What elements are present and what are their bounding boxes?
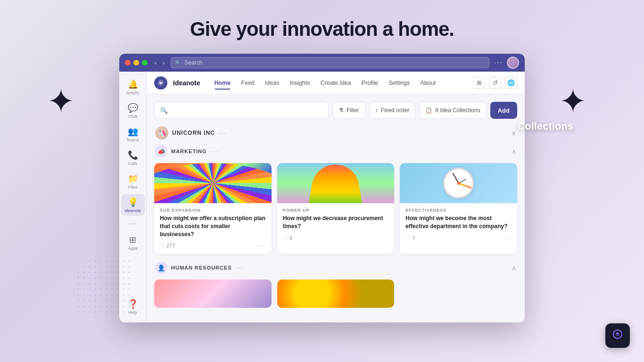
order-label: Fixed order xyxy=(381,107,410,114)
nav-link-profile[interactable]: Profile xyxy=(357,77,383,89)
card-more-2[interactable]: ··· xyxy=(380,234,389,242)
search-placeholder-text: Search xyxy=(184,59,202,66)
collections-label: 8 Idea Collections xyxy=(435,107,480,114)
nav-link-create-idea[interactable]: Create Idea xyxy=(316,77,356,89)
sidebar-item-activity[interactable]: 🔔 Activity xyxy=(121,76,145,98)
search-icon: 🔍 xyxy=(175,60,182,66)
org-more-button[interactable]: ··· xyxy=(219,129,227,137)
title-bar: ‹ › 🔍 Search ··· xyxy=(119,54,525,72)
idea-card-sub-expansion[interactable]: SUB EXPANSION How might we offer a subsc… xyxy=(154,163,272,254)
nav-action-grid[interactable]: ⊞ xyxy=(473,77,485,89)
hr-card-1[interactable] xyxy=(154,280,272,308)
nav-link-insights[interactable]: Insights xyxy=(285,77,314,89)
clock-visual xyxy=(443,168,474,198)
card-votes-2: ♡ 3 xyxy=(283,235,292,241)
vote-count-1: 277 xyxy=(166,243,175,248)
idea-card-power-up[interactable]: POWER UP How might we decrease procureme… xyxy=(277,163,395,254)
hr-section-icon: 👤 xyxy=(155,262,167,274)
teams-icon: 👥 xyxy=(128,126,138,137)
title-more-button[interactable]: ··· xyxy=(494,58,503,67)
hr-collapse-button[interactable]: ∧ xyxy=(512,264,516,272)
hr-cards-grid xyxy=(154,280,517,308)
card-title-2: How might we decrease procurement times? xyxy=(283,214,389,230)
nav-link-about[interactable]: About xyxy=(415,77,440,89)
idea-card-effectiveness[interactable]: EFFECTIVENESS How might we become the mo… xyxy=(400,163,517,254)
vote-icon-1: ♡ xyxy=(160,243,165,249)
chat-icon: 💬 xyxy=(128,103,138,113)
card-category-3: EFFECTIVENESS xyxy=(405,208,512,213)
org-collapse-button[interactable]: ∨ xyxy=(512,129,516,137)
sidebar-item-apps[interactable]: ⊞ Apps xyxy=(121,232,145,254)
star-decoration-right: ✦ xyxy=(559,85,597,123)
star-decoration-left: ✦ xyxy=(47,85,85,123)
marketing-more-button[interactable]: ··· xyxy=(211,148,219,155)
card-body-3: EFFECTIVENESS How might we become the mo… xyxy=(400,203,517,247)
card-category-2: POWER UP xyxy=(283,208,389,213)
card-more-3[interactable]: ··· xyxy=(503,234,512,242)
marketing-collapse-button[interactable]: ∧ xyxy=(512,148,516,155)
activity-icon: 🔔 xyxy=(128,79,138,90)
clock-center xyxy=(457,182,460,185)
search-bar-icon: 🔍 xyxy=(160,107,168,114)
app-body: 🔔 Activity 💬 Chat 👥 Teams 📞 Calls 📁 File… xyxy=(119,72,525,322)
search-bar[interactable]: 🔍 xyxy=(154,102,329,119)
sidebar-item-calls[interactable]: 📞 Calls xyxy=(121,147,145,169)
dot-pattern-decoration xyxy=(75,258,132,315)
forward-button[interactable]: › xyxy=(161,59,166,66)
card-category-1: SUB EXPANSION xyxy=(160,208,266,213)
close-button[interactable] xyxy=(125,60,131,66)
hr-section-title: HUMAN RESOURCES xyxy=(171,265,232,271)
nav-action-refresh[interactable]: ↺ xyxy=(489,77,501,89)
card-image-2 xyxy=(277,163,395,203)
collections-button[interactable]: 📋 8 Idea Collections xyxy=(419,102,486,119)
search-toolbar: 🔍 ⚗ Filter ↕ Fixed order 📋 8 Idea Collec… xyxy=(154,102,517,119)
window-controls xyxy=(125,60,148,66)
maximize-button[interactable] xyxy=(142,60,148,66)
app-window: ‹ › 🔍 Search ··· 🔔 Activity 💬 Chat 👥 xyxy=(119,54,525,322)
sidebar-more-button[interactable]: ··· xyxy=(129,220,136,228)
main-content: Ideanote Home Feed Ideas Insights Create… xyxy=(147,72,525,322)
hr-more-button[interactable]: ··· xyxy=(236,264,244,272)
sidebar-item-files[interactable]: 📁 Files xyxy=(121,171,145,192)
card-body-1: SUB EXPANSION How might we offer a subsc… xyxy=(154,203,272,254)
calls-icon: 📞 xyxy=(128,150,138,160)
card-image-3 xyxy=(400,163,517,203)
hr-card-2[interactable] xyxy=(277,280,395,308)
nav-action-globe[interactable]: 🌐 xyxy=(505,77,517,89)
title-search-bar[interactable]: 🔍 Search xyxy=(171,57,489,68)
card-visual-3 xyxy=(400,163,517,203)
order-button[interactable]: ↕ Fixed order xyxy=(369,102,416,119)
marketing-section-icon: 📣 xyxy=(155,145,167,157)
vote-count-3: 7 xyxy=(412,235,415,241)
nav-link-home[interactable]: Home xyxy=(210,77,236,89)
card-footer-3: ♡ 7 ··· xyxy=(405,234,512,242)
bottom-widget[interactable] xyxy=(605,323,630,348)
filter-button[interactable]: ⚗ Filter xyxy=(332,102,365,119)
vote-count-2: 3 xyxy=(289,235,292,241)
card-footer-2: ♡ 3 ··· xyxy=(283,234,389,242)
minimize-button[interactable] xyxy=(133,60,139,66)
card-more-1[interactable]: ··· xyxy=(257,242,266,249)
vote-icon-2: ♡ xyxy=(283,235,288,241)
add-button[interactable]: Add xyxy=(490,102,517,119)
filter-label: Filter xyxy=(347,107,359,114)
collections-badge: Collections xyxy=(517,120,573,132)
apps-icon: ⊞ xyxy=(129,235,136,245)
back-button[interactable]: ‹ xyxy=(153,59,158,66)
card-visual-2 xyxy=(277,163,395,203)
collections-icon: 📋 xyxy=(425,107,432,114)
nav-logo xyxy=(154,76,167,90)
nav-link-feed[interactable]: Feed xyxy=(236,77,259,89)
content-area[interactable]: 🔍 ⚗ Filter ↕ Fixed order 📋 8 Idea Collec… xyxy=(147,94,525,322)
card-votes-3: ♡ 7 xyxy=(405,235,415,241)
org-row: 🦄 UNICORN INC ··· ∨ xyxy=(154,126,517,140)
user-avatar[interactable] xyxy=(507,57,519,69)
hr-section: 👤 HUMAN RESOURCES ··· ∧ xyxy=(154,262,517,308)
nav-link-ideas[interactable]: Ideas xyxy=(260,77,284,89)
sidebar-item-ideanote[interactable]: 💡 Ideanote xyxy=(121,194,145,216)
page-tagline: Give your innovation a home. xyxy=(190,18,454,41)
sidebar-item-chat[interactable]: 💬 Chat xyxy=(121,100,145,122)
nav-link-settings[interactable]: Settings xyxy=(384,77,414,89)
nav-brand-label: Ideanote xyxy=(173,79,200,87)
sidebar-item-teams[interactable]: 👥 Teams xyxy=(121,123,145,145)
